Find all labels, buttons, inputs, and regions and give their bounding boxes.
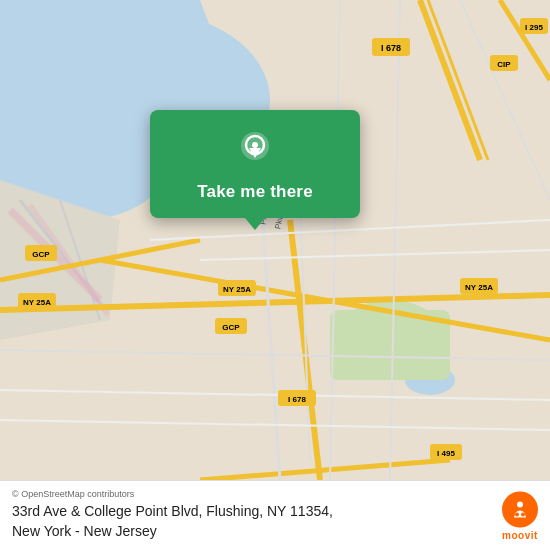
- svg-text:I 295: I 295: [525, 23, 543, 32]
- location-pin-icon: [233, 128, 277, 172]
- svg-point-57: [517, 501, 523, 507]
- moovit-icon: [502, 491, 538, 527]
- address-line1: 33rd Ave & College Point Blvd, Flushing,…: [12, 503, 333, 519]
- take-me-there-card[interactable]: Take me there: [150, 110, 360, 218]
- svg-text:NY 25A: NY 25A: [23, 298, 51, 307]
- svg-text:GCP: GCP: [32, 250, 50, 259]
- bottom-bar: © OpenStreetMap contributors 33rd Ave & …: [0, 480, 550, 550]
- svg-text:NY 25A: NY 25A: [465, 283, 493, 292]
- address-line2: New York - New Jersey: [12, 523, 157, 539]
- svg-text:CIP: CIP: [497, 60, 511, 69]
- address-line: 33rd Ave & College Point Blvd, Flushing,…: [12, 502, 538, 541]
- map-container: I 678 CIP I 295 GCP NY 25A NY 25A NY 25A…: [0, 0, 550, 480]
- osm-credit: © OpenStreetMap contributors: [12, 489, 538, 499]
- svg-point-58: [515, 512, 519, 516]
- svg-point-59: [521, 512, 525, 516]
- svg-text:I 678: I 678: [381, 43, 401, 53]
- moovit-logo: moovit: [502, 491, 538, 540]
- svg-text:NY 25A: NY 25A: [223, 285, 251, 294]
- moovit-text: moovit: [502, 529, 538, 540]
- svg-text:I 678: I 678: [288, 395, 306, 404]
- take-me-there-label: Take me there: [197, 182, 313, 202]
- svg-text:I 495: I 495: [437, 449, 455, 458]
- svg-point-55: [252, 142, 258, 148]
- svg-text:GCP: GCP: [222, 323, 240, 332]
